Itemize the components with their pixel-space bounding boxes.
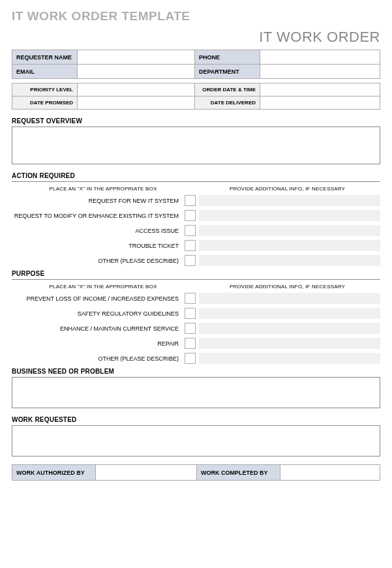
purpose-checkbox[interactable]	[185, 293, 196, 304]
action-required-heading: ACTION REQUIRED	[12, 172, 380, 179]
purpose-checkbox[interactable]	[185, 308, 196, 319]
business-need-box[interactable]	[12, 377, 380, 408]
action-checkbox[interactable]	[185, 240, 196, 251]
business-need-heading: BUSINESS NEED OR PROBLEM	[12, 368, 380, 375]
purpose-hint-row: PLACE AN "X" IN THE APPROPRIATE BOX PROV…	[12, 284, 380, 290]
order-date-label: ORDER DATE & TIME	[195, 83, 260, 97]
sub-title: IT WORK ORDER	[12, 29, 380, 46]
purpose-checkbox[interactable]	[185, 338, 196, 349]
divider	[12, 181, 380, 182]
action-checkbox[interactable]	[185, 195, 196, 206]
purpose-info-field[interactable]	[199, 308, 380, 319]
main-title: IT WORK ORDER TEMPLATE	[12, 9, 380, 23]
purpose-info-field[interactable]	[199, 293, 380, 304]
purpose-label: ENHANCE / MAINTAIN CURRENT SERVICE	[12, 325, 181, 332]
purpose-label: REPAIR	[12, 340, 181, 347]
action-checkbox[interactable]	[185, 225, 196, 236]
purpose-info-field[interactable]	[199, 353, 380, 364]
requester-name-field[interactable]	[78, 50, 195, 65]
purpose-label: OTHER (PLEASE DESCRIBE)	[12, 355, 181, 362]
action-row: OTHER (PLEASE DESCRIBE)	[12, 255, 380, 266]
place-x-hint: PLACE AN "X" IN THE APPROPRIATE BOX	[12, 186, 194, 192]
date-delivered-label: DATE DELIVERED	[195, 97, 260, 110]
purpose-row: PREVENT LOSS OF INCOME / INCREASED EXPEN…	[12, 293, 380, 304]
action-checkbox[interactable]	[185, 255, 196, 266]
action-row: REQUEST FOR NEW IT SYSTEM	[12, 195, 380, 206]
action-label: ACCESS ISSUE	[12, 228, 181, 234]
purpose-row: OTHER (PLEASE DESCRIBE)	[12, 353, 380, 364]
request-overview-heading: REQUEST OVERVIEW	[12, 117, 380, 125]
action-row: REQUEST TO MODIFY OR ENHANCE EXISTING IT…	[12, 210, 380, 221]
purpose-label: SAFETY REGULATORY GUIDELINES	[12, 310, 181, 317]
phone-label: PHONE	[195, 50, 260, 65]
action-hint-row: PLACE AN "X" IN THE APPROPRIATE BOX PROV…	[12, 186, 380, 192]
action-label: TROUBLE TICKET	[12, 243, 181, 249]
action-label: OTHER (PLEASE DESCRIBE)	[12, 258, 181, 264]
priority-label: PRIORITY LEVEL	[12, 83, 78, 97]
action-row: TROUBLE TICKET	[12, 240, 380, 251]
requester-name-label: REQUESTER NAME	[12, 50, 78, 65]
action-info-field[interactable]	[199, 255, 380, 266]
meta-table: PRIORITY LEVEL ORDER DATE & TIME DATE PR…	[12, 83, 380, 110]
completed-label: WORK COMPLETED BY	[197, 465, 280, 481]
email-label: EMAIL	[12, 65, 78, 79]
purpose-label: PREVENT LOSS OF INCOME / INCREASED EXPEN…	[12, 295, 181, 302]
purpose-row: ENHANCE / MAINTAIN CURRENT SERVICE	[12, 323, 380, 334]
purpose-heading: PURPOSE	[12, 270, 380, 277]
footer-table: WORK AUTHORIZED BY WORK COMPLETED BY	[12, 464, 380, 481]
additional-info-hint: PROVIDE ADDITIONAL INFO, IF NECESSARY	[194, 284, 380, 290]
date-promised-field[interactable]	[78, 97, 195, 110]
request-overview-box[interactable]	[12, 127, 380, 164]
completed-field[interactable]	[280, 465, 380, 481]
purpose-info-field[interactable]	[199, 323, 380, 334]
email-field[interactable]	[78, 65, 195, 79]
requester-table: REQUESTER NAME PHONE EMAIL DEPARTMENT	[12, 50, 380, 79]
purpose-checkbox[interactable]	[185, 323, 196, 334]
action-label: REQUEST TO MODIFY OR ENHANCE EXISTING IT…	[12, 213, 181, 219]
work-requested-heading: WORK REQUESTED	[12, 416, 380, 423]
order-date-field[interactable]	[260, 83, 380, 97]
date-delivered-field[interactable]	[260, 97, 380, 110]
action-info-field[interactable]	[199, 210, 380, 221]
department-field[interactable]	[260, 65, 380, 79]
divider	[12, 279, 380, 280]
priority-field[interactable]	[78, 83, 195, 97]
place-x-hint: PLACE AN "X" IN THE APPROPRIATE BOX	[12, 284, 194, 290]
authorized-field[interactable]	[96, 465, 197, 481]
work-requested-box[interactable]	[12, 425, 380, 456]
purpose-row: REPAIR	[12, 338, 380, 349]
department-label: DEPARTMENT	[195, 65, 260, 79]
action-info-field[interactable]	[199, 240, 380, 251]
phone-field[interactable]	[260, 50, 380, 65]
additional-info-hint: PROVIDE ADDITIONAL INFO, IF NECESSARY	[194, 186, 380, 192]
action-row: ACCESS ISSUE	[12, 225, 380, 236]
action-info-field[interactable]	[199, 225, 380, 236]
date-promised-label: DATE PROMISED	[12, 97, 78, 110]
purpose-checkbox[interactable]	[185, 353, 196, 364]
purpose-row: SAFETY REGULATORY GUIDELINES	[12, 308, 380, 319]
authorized-label: WORK AUTHORIZED BY	[12, 465, 96, 481]
action-checkbox[interactable]	[185, 210, 196, 221]
action-label: REQUEST FOR NEW IT SYSTEM	[12, 198, 181, 204]
purpose-info-field[interactable]	[199, 338, 380, 349]
action-info-field[interactable]	[199, 195, 380, 206]
